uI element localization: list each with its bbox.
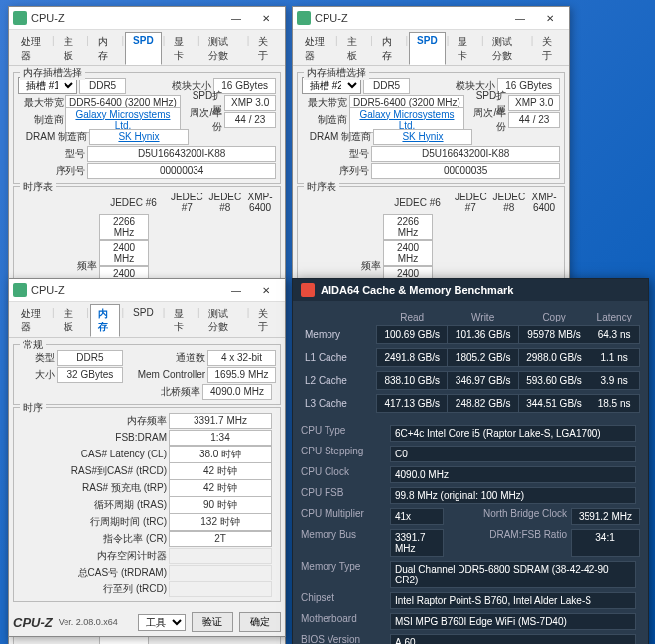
cache-table: ReadWriteCopyLatencyMemory100.69 GB/s101… (301, 309, 640, 417)
module-size: 16 GBytes (497, 78, 560, 94)
tab-内存[interactable]: 内存 (90, 32, 121, 65)
app-icon (297, 11, 311, 25)
tab-bar: 处理器|主板|内存|SPD|显卡|测试分數|关于 (293, 30, 569, 66)
tab-主板[interactable]: 主板 (56, 32, 86, 65)
tab-主板[interactable]: 主板 (56, 304, 86, 337)
slot-select-label: 内存插槽选择 (304, 66, 369, 80)
spd-ext: XMP 3.0 (224, 95, 276, 111)
app-icon (13, 283, 27, 297)
mem-value: 90 时钟 (169, 496, 272, 514)
app-icon (13, 11, 27, 25)
ok-button[interactable]: 确定 (239, 612, 281, 632)
serial: 00000035 (371, 163, 560, 179)
tab-处理器[interactable]: 处理器 (13, 32, 51, 65)
tab-SPD[interactable]: SPD (409, 32, 446, 65)
mem-controller: 1695.9 MHz (207, 367, 276, 383)
cpuz-logo: CPU-Z (13, 615, 53, 630)
close-button[interactable]: ✕ (251, 8, 281, 28)
tools-select[interactable]: 工具 (138, 614, 186, 631)
aida-icon (301, 283, 315, 297)
spd-ext: XMP 3.0 (508, 95, 560, 111)
mem-value (169, 581, 272, 597)
tab-显卡[interactable]: 显卡 (166, 32, 196, 65)
dram-mfr[interactable]: SK Hynix (373, 129, 472, 145)
close-button[interactable]: ✕ (251, 280, 281, 300)
tab-测试分數[interactable]: 测试分數 (200, 304, 245, 337)
serial: 00000034 (87, 163, 276, 179)
tab-关于[interactable]: 关于 (534, 32, 565, 65)
nb-freq: 4090.0 MHz (202, 384, 272, 400)
timing-label: 时序表 (304, 180, 339, 193)
minimize-button[interactable]: — (221, 280, 251, 300)
close-button[interactable]: ✕ (535, 8, 565, 28)
mem-value: 38.0 时钟 (169, 446, 272, 463)
minimize-button[interactable]: — (505, 8, 535, 28)
general-label: 常规 (20, 338, 46, 352)
minimize-button[interactable]: — (221, 8, 251, 28)
timing-label: 时序 (20, 401, 46, 415)
channels: 4 x 32-bit (207, 350, 276, 366)
tab-处理器[interactable]: 处理器 (297, 32, 334, 65)
timing-label: 时序表 (20, 180, 56, 193)
tab-SPD[interactable]: SPD (125, 304, 162, 337)
mem-value: 1:34 (169, 430, 272, 446)
version: Ver. 2.08.0.x64 (59, 617, 118, 627)
validate-button[interactable]: 验证 (192, 612, 233, 632)
mem-type: DDR5 (363, 78, 410, 94)
model: D5U16643200I-K88 (371, 146, 560, 162)
week-year: 44 / 23 (224, 112, 276, 128)
tab-内存[interactable]: 内存 (90, 304, 121, 337)
tab-SPD[interactable]: SPD (125, 32, 162, 65)
module-size: 16 GBytes (213, 78, 276, 94)
mem-value: 42 时钟 (169, 462, 272, 480)
mem-value: 3391.7 MHz (169, 413, 272, 429)
window-title: CPU-Z (31, 284, 221, 296)
mem-value: 2T (169, 531, 272, 547)
mem-value (169, 565, 272, 580)
mem-value: 42 时钟 (169, 479, 272, 497)
tab-主板[interactable]: 主板 (339, 32, 370, 65)
week-year: 44 / 23 (508, 112, 560, 128)
tab-内存[interactable]: 内存 (374, 32, 405, 65)
tab-关于[interactable]: 关于 (250, 304, 281, 337)
tab-bar: 处理器|主板|内存|SPD|显卡|测试分數|关于 (9, 302, 285, 338)
mem-size: 32 GBytes (57, 367, 123, 383)
window-title: CPU-Z (31, 12, 221, 24)
slot-select-label: 内存插槽选择 (20, 66, 85, 80)
mem-value: 132 时钟 (169, 513, 272, 531)
tab-显卡[interactable]: 显卡 (166, 304, 196, 337)
window-title: CPU-Z (315, 12, 505, 24)
tab-测试分數[interactable]: 测试分數 (200, 32, 245, 65)
dram-mfr[interactable]: SK Hynix (89, 129, 189, 145)
tab-测试分數[interactable]: 测试分數 (484, 32, 529, 65)
aida-title: AIDA64 Cache & Memory Benchmark (321, 284, 513, 296)
tab-bar: 处理器|主板|内存|SPD|显卡|测试分數|关于 (9, 30, 285, 66)
tab-显卡[interactable]: 显卡 (450, 32, 480, 65)
mem-type: DDR5 (57, 350, 123, 366)
tab-关于[interactable]: 关于 (250, 32, 281, 65)
mem-type: DDR5 (79, 78, 126, 94)
model: D5U16643200I-K88 (87, 146, 276, 162)
tab-处理器[interactable]: 处理器 (13, 304, 51, 337)
mem-value (169, 548, 272, 564)
